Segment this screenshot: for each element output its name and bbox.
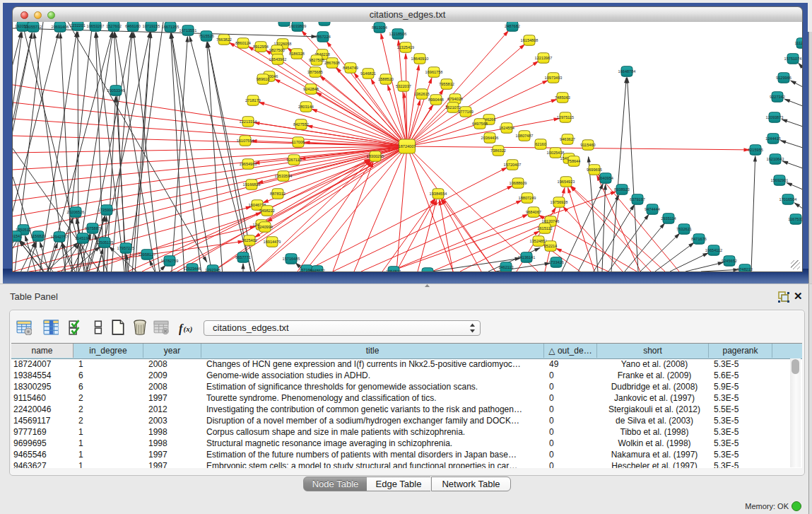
graph-node[interactable]: 1156829	[30, 231, 45, 242]
graph-node[interactable]: 15692901	[771, 175, 789, 186]
graph-node[interactable]: 12218506	[389, 29, 407, 40]
network-graph[interactable]: 1920557140557122069140612322011065326715…	[13, 22, 802, 271]
graph-node[interactable]: 10654112	[705, 245, 722, 256]
graph-node[interactable]: 9463627	[560, 134, 575, 145]
graph-node[interactable]: 9448672	[310, 266, 325, 271]
graph-node[interactable]: 6466160	[125, 22, 141, 31]
column-header-year[interactable]: year	[143, 344, 201, 358]
graph-node[interactable]: 944872	[421, 268, 435, 271]
table-row[interactable]: 946362711997Embryonic stem cells: a mode…	[11, 460, 802, 468]
citation-edge-red[interactable]	[13, 146, 407, 185]
graph-node[interactable]: 6497568	[472, 119, 488, 129]
citation-edge-red[interactable]	[177, 160, 370, 272]
graph-node[interactable]: 7663822	[216, 35, 232, 45]
table-scrollbar-thumb[interactable]	[792, 359, 799, 374]
graph-node[interactable]: 20364436	[481, 133, 499, 144]
column-header-short[interactable]: short	[597, 344, 709, 358]
table-row[interactable]: 1938455462009Genome-wide association stu…	[11, 370, 802, 381]
graph-node[interactable]: 8186328	[289, 49, 305, 59]
graph-node[interactable]: 17016504	[779, 194, 797, 205]
graph-node[interactable]: 7955812	[439, 79, 454, 90]
graph-node[interactable]: 10688609	[510, 178, 527, 189]
graph-node[interactable]: 2803144	[298, 102, 314, 112]
graph-node[interactable]: 1527602	[106, 22, 122, 31]
graph-node[interactable]: 62160	[535, 139, 546, 150]
table-row[interactable]: 969969511998Structural magnetic resonanc…	[11, 438, 802, 449]
graph-node[interactable]: 7625402	[242, 235, 257, 246]
column-header-pagerank[interactable]: pagerank	[709, 344, 772, 358]
graph-node[interactable]: 12975115	[557, 112, 574, 123]
graph-node[interactable]: 17359937	[98, 205, 116, 216]
column-header-title[interactable]: title	[201, 344, 544, 358]
graph-node[interactable]: 8990448	[428, 95, 444, 105]
graph-node[interactable]: 1145194	[75, 233, 90, 244]
function-builder-icon[interactable]: f(x)	[179, 320, 194, 338]
graph-node[interactable]: 2867608	[324, 58, 340, 69]
graph-node[interactable]: 1292345	[205, 265, 220, 271]
citation-edge-black[interactable]	[171, 33, 201, 271]
graph-node[interactable]: 1167533	[788, 214, 802, 225]
graph-node[interactable]: 9245652	[722, 256, 737, 267]
graph-node[interactable]: 16210643	[767, 154, 784, 165]
graph-node[interactable]: 2487682	[505, 22, 520, 31]
node-table[interactable]: namein_degreeyeartitle△ out_de…shortpage…	[11, 343, 802, 468]
graph-node[interactable]: 9748213	[737, 264, 753, 271]
table-row[interactable]: 1872400712008Changes of HCN gene express…	[11, 358, 802, 370]
graph-node[interactable]: 1362615	[414, 89, 430, 100]
graph-node[interactable]: 1640954	[598, 173, 613, 184]
citation-edge-black[interactable]	[578, 195, 619, 271]
graph-node[interactable]: 8454749	[343, 63, 358, 74]
graph-node[interactable]: 9684067	[526, 207, 541, 218]
graph-node[interactable]: 1054821	[386, 267, 401, 271]
graph-node[interactable]: 9474444	[645, 204, 660, 215]
delete-icon[interactable]	[132, 320, 148, 338]
citation-edge-red[interactable]	[442, 199, 495, 271]
row-height-icon[interactable]	[91, 320, 107, 338]
graph-node[interactable]	[319, 22, 330, 25]
graph-node[interactable]: 9115460	[580, 140, 595, 151]
graph-node[interactable]: 9827500	[269, 45, 285, 56]
citation-edge-black[interactable]	[189, 37, 252, 271]
graph-node[interactable]: 9129966	[776, 73, 792, 83]
graph-node[interactable]: 9227342	[770, 92, 785, 103]
graph-node[interactable]: 1588520	[378, 74, 394, 85]
table-settings-icon[interactable]	[16, 320, 32, 338]
graph-node[interactable]: 8215955	[748, 145, 763, 156]
graph-node[interactable]: 1615112	[537, 223, 552, 234]
network-canvas[interactable]: 1920557140557122069140612322011065326715…	[12, 22, 803, 272]
split-divider-handle[interactable]	[424, 284, 430, 288]
graph-node[interactable]: 10719155	[143, 22, 160, 31]
citation-edge-red[interactable]	[354, 146, 407, 271]
graph-node[interactable]: 8860124	[235, 38, 251, 49]
citation-edge-black[interactable]	[172, 37, 188, 271]
graph-node[interactable]: 7386322	[490, 146, 506, 156]
graph-node[interactable]: 7515526	[199, 31, 214, 42]
graph-node[interactable]: 5498222	[259, 206, 275, 216]
column-header-name[interactable]: name	[11, 344, 73, 358]
citation-edge-red[interactable]	[407, 65, 419, 146]
graph-node[interactable]: 9975887	[85, 223, 100, 234]
graph-node[interactable]: 20691406	[52, 22, 69, 32]
graph-node[interactable]: 19756928	[551, 197, 568, 208]
citation-edge-black[interactable]	[701, 269, 739, 271]
table-selector-dropdown[interactable]: citations_edges.txt	[204, 320, 481, 336]
graph-node[interactable]: 1232201	[70, 22, 86, 30]
table-row[interactable]: 977716911998Corpus callosum shape and si…	[11, 426, 802, 438]
graph-node[interactable]: 8471676	[691, 234, 707, 245]
graph-node[interactable]: 16961758	[425, 67, 443, 78]
graph-node[interactable]: 18807249	[519, 193, 536, 204]
tab-network-table[interactable]: Network Table	[431, 477, 511, 491]
close-panel-icon[interactable]: ✕	[794, 291, 804, 301]
graph-node[interactable]: 16107554	[237, 136, 254, 146]
graph-node[interactable]: 19384554	[430, 189, 447, 199]
graph-node[interactable]: 12942757	[51, 232, 69, 243]
graph-node[interactable]: 252214	[544, 241, 558, 252]
import-table-icon[interactable]	[153, 320, 169, 338]
graph-node[interactable]: 16671355	[162, 22, 180, 32]
graph-node[interactable]: 1112463	[795, 38, 802, 49]
graph-node[interactable]: 10973493	[545, 73, 563, 83]
citation-edge-black[interactable]	[128, 22, 163, 271]
graph-node[interactable]: 14136141	[518, 252, 536, 263]
graph-node[interactable]: 9657771	[235, 252, 251, 263]
citation-edge-red[interactable]	[396, 146, 407, 271]
